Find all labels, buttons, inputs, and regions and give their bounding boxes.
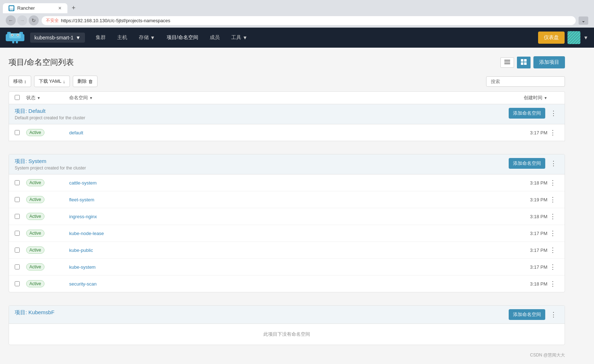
created-col-header[interactable]: 创建时间 ▼ <box>490 95 547 101</box>
add-ns-kubemsbf-button[interactable]: 添加命名空间 <box>509 309 545 320</box>
ns-kube-public-status: Active <box>26 246 69 254</box>
ns-kube-public-kebab-btn[interactable]: ⋮ <box>547 245 558 255</box>
namespace-col-header[interactable]: 命名空间 ▼ <box>69 95 490 101</box>
browser-dropdown-btn[interactable]: ⌄ <box>579 16 588 25</box>
ns-ingress-checkbox[interactable] <box>15 214 20 219</box>
namespace-col-label: 命名空间 <box>69 95 88 101</box>
ns-kube-public-created: 3:17 PM <box>490 248 547 253</box>
page-title: 项目/命名空间列表 <box>9 57 74 68</box>
ns-cattle-name[interactable]: cattle-system <box>69 180 490 186</box>
namespace-row-kube-system: Active kube-system 3:17 PM ⋮ <box>9 259 565 276</box>
ns-security-checkbox[interactable] <box>15 281 20 286</box>
ns-cattle-status: Active <box>26 179 69 186</box>
ns-kube-system-name[interactable]: kube-system <box>69 264 490 270</box>
project-default-name[interactable]: 项目: Default <box>15 108 85 115</box>
project-kubemsbf-name[interactable]: 项目: KubemsbF <box>15 309 54 316</box>
ns-cattle-checkbox[interactable] <box>15 180 20 185</box>
logo-area <box>6 31 24 44</box>
ns-fleet-checkbox[interactable] <box>15 197 20 202</box>
ns-cattle-kebab-btn[interactable]: ⋮ <box>547 178 558 187</box>
project-default-info: 项目: Default Default project created for … <box>15 108 85 120</box>
add-ns-system-button[interactable]: 添加命名空间 <box>509 158 545 169</box>
ns-kube-system-checkbox-cell <box>15 264 26 269</box>
ns-default-checkbox[interactable] <box>15 130 20 135</box>
ns-kube-node-checkbox[interactable] <box>15 231 20 236</box>
ns-kube-node-kebab-btn[interactable]: ⋮ <box>547 229 558 238</box>
status-col-header[interactable]: 状态 ▼ <box>26 95 69 101</box>
project-system-name[interactable]: 项目: System <box>15 158 86 165</box>
project-system-info: 项目: System System project created for th… <box>15 158 86 171</box>
ns-security-created: 3:18 PM <box>490 281 547 287</box>
table-column-headers: 状态 ▼ 命名空间 ▼ 创建时间 ▼ <box>9 91 565 104</box>
download-yaml-button[interactable]: 下载 YAML ↓ <box>34 76 70 87</box>
user-avatar[interactable] <box>567 31 580 44</box>
nav-item-members[interactable]: 成员 <box>205 32 225 44</box>
ns-ingress-checkbox-cell <box>15 214 26 219</box>
project-system-kebab-btn[interactable]: ⋮ <box>548 159 559 168</box>
ns-kube-system-checkbox[interactable] <box>15 264 20 269</box>
ns-default-kebab-btn[interactable]: ⋮ <box>547 128 558 137</box>
ns-kube-system-kebab-btn[interactable]: ⋮ <box>547 262 558 272</box>
delete-label: 删除 <box>77 78 87 85</box>
browser-tab: Rancher ✕ <box>3 3 67 13</box>
delete-button[interactable]: 删除 🗑 <box>73 76 98 87</box>
ns-cattle-created: 3:18 PM <box>490 180 547 186</box>
nav-item-tools[interactable]: 工具 ▼ <box>226 32 253 44</box>
project-system-desc: System project created for the cluster <box>15 166 86 171</box>
tab-bar: Rancher ✕ + <box>3 3 591 13</box>
back-button[interactable]: ← <box>6 15 16 25</box>
new-tab-button[interactable]: + <box>69 3 79 13</box>
ns-kube-public-checkbox[interactable] <box>15 248 20 253</box>
nav-item-cluster[interactable]: 集群 <box>91 32 111 44</box>
ns-cattle-checkbox-cell <box>15 180 26 185</box>
svg-rect-5 <box>9 33 21 38</box>
svg-rect-1 <box>9 9 14 10</box>
project-kubemsbf-kebab-btn[interactable]: ⋮ <box>548 310 559 319</box>
status-badge-fleet: Active <box>26 196 44 203</box>
ns-kube-system-status: Active <box>26 263 69 270</box>
ns-fleet-name[interactable]: fleet-system <box>69 197 490 202</box>
view-controls: 添加项目 <box>500 56 565 68</box>
grid-view-btn[interactable] <box>517 57 531 68</box>
move-button[interactable]: 移动 ↕ <box>9 76 31 87</box>
ns-kube-node-status: Active <box>26 230 69 237</box>
ns-security-kebab-btn[interactable]: ⋮ <box>547 279 558 288</box>
ns-kube-public-kebab-cell: ⋮ <box>547 245 559 255</box>
ns-kube-public-name[interactable]: kube-public <box>69 248 490 253</box>
ns-ingress-kebab-btn[interactable]: ⋮ <box>547 212 558 221</box>
ns-security-name[interactable]: security-scan <box>69 281 490 287</box>
list-view-btn[interactable] <box>500 57 514 68</box>
user-menu-dropdown[interactable]: ▼ <box>583 35 588 40</box>
forward-button[interactable]: → <box>17 15 27 25</box>
nav-item-projects[interactable]: 项目/命名空间 <box>162 32 203 44</box>
nav-item-host[interactable]: 主机 <box>112 32 132 44</box>
add-ns-default-button[interactable]: 添加命名空间 <box>509 108 545 119</box>
ns-ingress-name[interactable]: ingress-nginx <box>69 214 490 219</box>
ns-ingress-created: 3:18 PM <box>490 214 547 219</box>
ns-default-kebab-cell: ⋮ <box>547 128 559 137</box>
dashboard-button[interactable]: 仪表盘 <box>538 32 565 44</box>
select-all-checkbox[interactable] <box>15 95 20 100</box>
status-badge-ingress: Active <box>26 213 44 220</box>
status-badge-kube-system: Active <box>26 263 44 270</box>
reload-button[interactable]: ↻ <box>29 15 39 25</box>
ns-default-checkbox-cell <box>15 130 26 135</box>
search-input[interactable] <box>486 76 565 87</box>
ns-fleet-kebab-btn[interactable]: ⋮ <box>547 195 558 204</box>
url-bar[interactable]: 不安全 https://192.168.10.130/c/c-5jtsf/pro… <box>42 16 576 25</box>
ns-security-status: Active <box>26 280 69 287</box>
ns-kube-node-name[interactable]: kube-node-lease <box>69 231 490 236</box>
svg-rect-12 <box>504 60 510 61</box>
cluster-selector[interactable]: kubemsb-smart-1 ▼ <box>30 33 85 43</box>
add-project-button[interactable]: 添加项目 <box>533 56 565 68</box>
nav-label-storage: 存储 <box>139 34 149 41</box>
tab-close-btn[interactable]: ✕ <box>58 6 62 11</box>
ns-security-kebab-cell: ⋮ <box>547 279 559 288</box>
created-sort-icon: ▼ <box>544 96 547 100</box>
namespace-row-security-scan: Active security-scan 3:18 PM ⋮ <box>9 276 565 292</box>
project-default-kebab-btn[interactable]: ⋮ <box>548 109 559 118</box>
status-sort-icon: ▼ <box>37 96 41 100</box>
svg-rect-17 <box>521 62 523 65</box>
ns-default-name[interactable]: default <box>69 130 490 135</box>
nav-item-storage[interactable]: 存储 ▼ <box>134 32 160 44</box>
